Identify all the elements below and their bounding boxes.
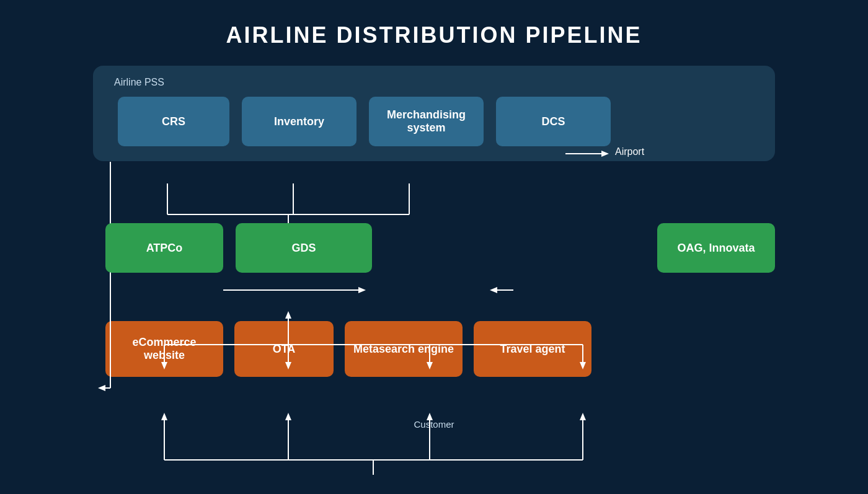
box-atpco: ATPCo [105, 223, 223, 273]
box-gds: GDS [236, 223, 372, 273]
pss-boxes: CRS Inventory Merchandising system DCS [112, 97, 756, 146]
box-crs: CRS [118, 97, 229, 146]
diagram-wrapper: Airline PSS CRS Inventory Merchandising … [93, 66, 775, 430]
box-inventory: Inventory [242, 97, 356, 146]
box-ecommerce: eCommerce website [105, 321, 223, 377]
pss-label: Airline PSS [112, 77, 756, 88]
box-travel-agent: Travel agent [474, 321, 591, 377]
box-oag: OAG, Innovata [657, 223, 775, 273]
box-merchandising: Merchandising system [369, 97, 484, 146]
pss-container: Airline PSS CRS Inventory Merchandising … [93, 66, 775, 161]
box-dcs: DCS [496, 97, 611, 146]
box-metasearch: Metasearch engine [345, 321, 463, 377]
page-title: AIRLINE DISTRIBUTION PIPELINE [226, 22, 642, 48]
dist-row: eCommerce website OTA Metasearch engine … [93, 321, 775, 377]
svg-marker-9 [358, 287, 366, 293]
svg-marker-11 [490, 287, 497, 293]
airport-label: Airport [615, 146, 644, 157]
gds-row: ATPCo GDS OAG, Innovata [93, 223, 775, 273]
svg-marker-23 [285, 311, 291, 319]
svg-marker-36 [98, 385, 105, 391]
box-ota: OTA [234, 321, 334, 377]
customer-label: Customer [93, 419, 775, 430]
